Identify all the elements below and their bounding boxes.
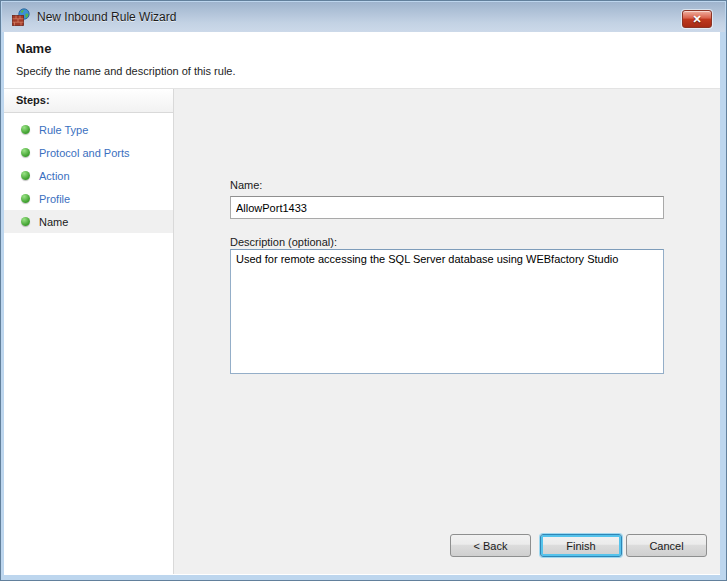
firewall-icon (12, 8, 30, 26)
cancel-button[interactable]: Cancel (626, 534, 707, 557)
step-profile[interactable]: Profile (4, 187, 173, 210)
finish-button[interactable]: Finish (540, 534, 622, 557)
rule-name-input[interactable] (230, 196, 664, 219)
step-bullet-icon (21, 217, 30, 226)
wizard-window: New Inbound Rule Wizard ✕ Name Specify t… (0, 0, 727, 581)
window-title: New Inbound Rule Wizard (37, 10, 176, 24)
steps-list: Rule Type Protocol and Ports Action Prof… (4, 118, 173, 233)
page-subtitle: Specify the name and description of this… (16, 65, 708, 77)
step-rule-type[interactable]: Rule Type (4, 118, 173, 141)
back-button[interactable]: < Back (450, 534, 531, 557)
page-header: Name Specify the name and description of… (4, 32, 720, 89)
content-panel: Name: Description (optional): Used for r… (174, 89, 720, 574)
step-action[interactable]: Action (4, 164, 173, 187)
close-icon: ✕ (692, 13, 701, 25)
description-field-label: Description (optional): (230, 236, 337, 248)
close-button[interactable]: ✕ (682, 10, 712, 28)
step-bullet-icon (21, 125, 30, 134)
name-field-label: Name: (230, 179, 262, 191)
steps-sidebar: Steps: Rule Type Protocol and Ports Acti… (4, 89, 174, 574)
title-bar[interactable]: New Inbound Rule Wizard ✕ (2, 2, 725, 32)
window-body: Name Specify the name and description of… (4, 32, 720, 575)
step-bullet-icon (21, 148, 30, 157)
step-protocol-and-ports[interactable]: Protocol and Ports (4, 141, 173, 164)
step-name[interactable]: Name (4, 210, 173, 233)
step-bullet-icon (21, 171, 30, 180)
steps-heading: Steps: (4, 89, 173, 113)
page-title: Name (16, 41, 708, 56)
rule-description-input[interactable]: Used for remote accessing the SQL Server… (230, 249, 664, 374)
step-bullet-icon (21, 194, 30, 203)
